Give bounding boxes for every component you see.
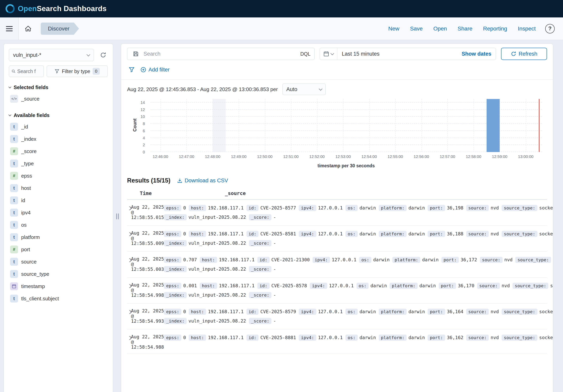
field-value: socket xyxy=(550,283,553,288)
gridline xyxy=(161,99,161,152)
nav-action-reporting[interactable]: Reporting xyxy=(483,26,507,32)
field-item-host[interactable]: thost xyxy=(9,182,108,194)
field-kv-pair: source_type:socket xyxy=(502,231,553,236)
field-key-badge: source_type: xyxy=(512,283,548,289)
nav-action-new[interactable]: New xyxy=(388,26,399,32)
field-item-timestamp[interactable]: timestamp xyxy=(9,280,108,292)
field-key-badge: os: xyxy=(359,257,371,263)
field-item-_score[interactable]: #_score xyxy=(9,145,108,157)
field-item-_index[interactable]: t_index xyxy=(9,133,108,145)
panel-resizer[interactable] xyxy=(115,213,120,220)
field-value: 0 xyxy=(183,335,186,340)
quick-select-button[interactable] xyxy=(320,48,337,60)
field-item-source[interactable]: tsource xyxy=(9,256,108,268)
add-filter-button[interactable]: Add filter xyxy=(141,67,170,73)
index-pattern-select[interactable]: vuln_input-* xyxy=(9,49,94,61)
field-item-id[interactable]: tid xyxy=(9,194,108,207)
filter-count-badge: 0 xyxy=(93,68,100,75)
field-key-badge: ipv4: xyxy=(299,335,316,341)
nav-action-share[interactable]: Share xyxy=(458,26,473,32)
help-button[interactable]: ? xyxy=(545,24,555,33)
field-item-tls_client.subject[interactable]: ttls_client.subject xyxy=(9,292,108,305)
field-search-input[interactable] xyxy=(17,68,42,74)
field-key-badge: epss: xyxy=(164,205,181,211)
opensearch-logo[interactable]: OpenSearch Dashboards xyxy=(6,4,106,13)
chevron-down-icon xyxy=(331,52,334,55)
field-key-badge: _score: xyxy=(249,292,272,298)
expand-row-button[interactable] xyxy=(127,337,131,340)
field-item-source_type[interactable]: tsource_type xyxy=(9,268,108,280)
filter-by-type-button[interactable]: Filter by type 0 xyxy=(47,65,108,77)
refresh-icon xyxy=(100,52,106,58)
expand-row-button[interactable] xyxy=(127,285,131,288)
field-value: CVE-2025-8881 xyxy=(260,335,296,340)
interval-select[interactable]: Auto xyxy=(282,84,326,95)
y-tick-label: 10 xyxy=(141,114,145,119)
field-item-os[interactable]: tos xyxy=(9,219,108,231)
query-language-button[interactable]: DQL xyxy=(298,51,310,57)
field-value: - xyxy=(273,318,276,324)
field-key-badge: _index: xyxy=(164,318,187,324)
field-value: CVE-2025-8581 xyxy=(260,231,296,236)
x-tick-label: 13:00:00 xyxy=(518,155,534,159)
expand-row-button[interactable] xyxy=(127,311,131,314)
field-kv-pair: _index:vuln_input-2025.08.22 xyxy=(164,215,246,220)
download-csv-button[interactable]: Download as CSV xyxy=(177,178,228,184)
doc-time: Aug 22, 2025 @ 12:58:54.998 xyxy=(131,281,164,300)
field-item-_id[interactable]: t_id xyxy=(9,121,108,133)
field-type-string-icon: t xyxy=(10,184,18,192)
document-row: Aug 22, 2025 @ 12:58:55.015epss:0host:19… xyxy=(127,200,547,226)
field-kv-pair: _index:vuln_input-2025.08.22 xyxy=(164,292,246,298)
selected-fields-header[interactable]: Selected fields xyxy=(9,85,108,90)
field-kv-pair: platform:darwin xyxy=(379,309,425,314)
column-header-source[interactable]: _source xyxy=(225,190,547,196)
gridline xyxy=(265,99,265,152)
y-tick-label: 2 xyxy=(143,143,145,147)
field-kv-pair: platform:darwin xyxy=(379,205,425,210)
field-item-epss[interactable]: #epss xyxy=(9,170,108,182)
nav-action-inspect[interactable]: Inspect xyxy=(518,26,536,32)
nav-action-save[interactable]: Save xyxy=(410,26,423,32)
expand-row-button[interactable] xyxy=(127,233,131,236)
field-key-badge: epss: xyxy=(164,231,181,237)
field-item-port[interactable]: #port xyxy=(9,243,108,256)
field-kv-pair: epss:0.001 xyxy=(164,283,197,288)
field-search[interactable] xyxy=(9,65,44,77)
field-value: darwin xyxy=(420,283,436,288)
refresh-fields-button[interactable] xyxy=(99,51,108,60)
field-type-string-icon: t xyxy=(10,135,18,143)
time-range-button[interactable]: Last 15 minutes xyxy=(337,51,384,57)
field-key-badge: port: xyxy=(441,257,459,263)
column-header-time[interactable]: Time xyxy=(140,190,225,196)
selected-fields-list: </>_source xyxy=(9,93,108,105)
home-button[interactable] xyxy=(19,17,38,40)
histogram-chart[interactable]: Count 02468101214 12:46:0012:47:0012:48:… xyxy=(127,97,547,171)
field-key-badge: source: xyxy=(477,283,500,289)
breadcrumb-discover[interactable]: Discover xyxy=(41,23,79,35)
expand-row-button[interactable] xyxy=(127,259,131,262)
refresh-button[interactable]: Refresh xyxy=(501,48,547,60)
x-tick-label: 12:53:00 xyxy=(335,155,351,159)
saved-queries-button[interactable] xyxy=(131,49,140,58)
field-value: vuln_input-2025.08.22 xyxy=(189,318,246,324)
search-query-input[interactable] xyxy=(143,51,295,57)
field-kv-pair: platform:darwin xyxy=(392,257,438,262)
documents-table: Time _source Aug 22, 2025 @ 12:58:55.015… xyxy=(127,188,547,353)
field-item-ipv4[interactable]: tipv4 xyxy=(9,207,108,219)
field-value: 192.168.117.1 xyxy=(208,231,243,236)
histogram-bar[interactable] xyxy=(486,99,500,152)
chevron-down-icon xyxy=(87,53,90,56)
field-value: 36,198 xyxy=(447,205,463,210)
field-kv-pair: host:192.168.117.1 xyxy=(189,335,243,340)
menu-button[interactable] xyxy=(0,17,19,40)
field-item-platform[interactable]: tplatform xyxy=(9,231,108,243)
global-filter-options-button[interactable] xyxy=(127,65,136,74)
field-value: - xyxy=(273,266,276,272)
field-item-_source[interactable]: </>_source xyxy=(9,93,108,105)
available-fields-header[interactable]: Available fields xyxy=(9,112,108,118)
show-dates-button[interactable]: Show dates xyxy=(457,51,496,57)
field-item-_type[interactable]: t_type xyxy=(9,157,108,170)
field-value: 0 xyxy=(183,309,186,314)
nav-action-open[interactable]: Open xyxy=(433,26,447,32)
expand-row-button[interactable] xyxy=(127,207,131,210)
